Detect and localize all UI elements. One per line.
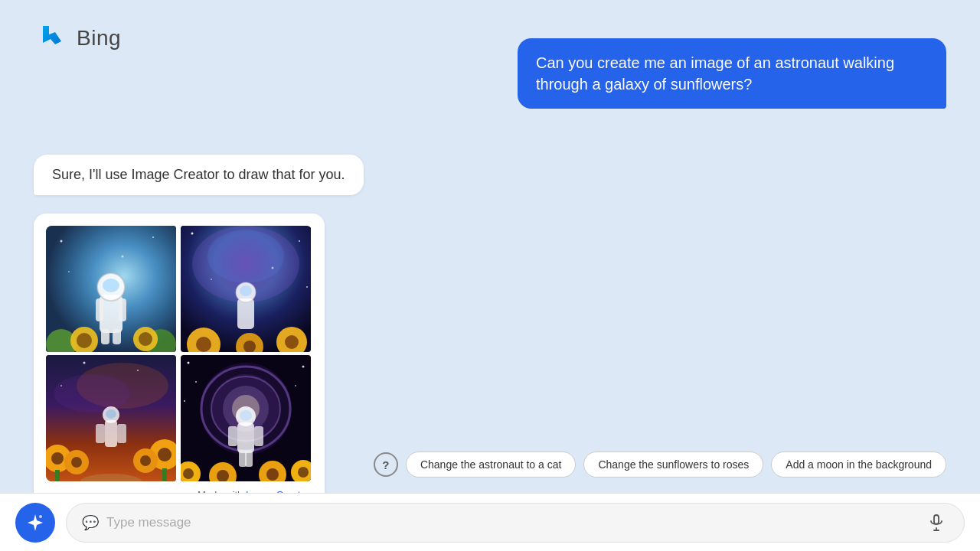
svg-point-22 (196, 337, 211, 352)
svg-point-14 (60, 240, 63, 243)
generated-image-2[interactable] (181, 226, 311, 352)
help-button[interactable]: ? (374, 452, 398, 477)
svg-point-15 (152, 236, 154, 238)
svg-rect-27 (237, 298, 254, 329)
svg-point-54 (83, 362, 86, 364)
svg-point-82 (295, 385, 296, 386)
user-message-bubble: Can you create me an image of an astrona… (518, 38, 946, 109)
svg-point-33 (211, 279, 212, 280)
svg-point-81 (195, 381, 197, 383)
svg-rect-12 (101, 329, 109, 344)
svg-rect-85 (934, 515, 939, 524)
chat-bubble-icon: 💬 (82, 514, 99, 531)
svg-point-9 (103, 279, 119, 292)
image-grid (46, 226, 312, 481)
svg-point-32 (272, 267, 274, 269)
svg-point-30 (191, 233, 194, 235)
chip-change-astronaut[interactable]: Change the astronaut to a cat (406, 452, 576, 478)
svg-point-17 (68, 271, 70, 272)
message-input-wrapper: 💬 (66, 503, 965, 543)
svg-point-31 (299, 240, 300, 242)
message-input[interactable] (106, 515, 916, 530)
input-bar: 💬 (0, 493, 980, 551)
svg-point-24 (285, 335, 299, 349)
svg-rect-72 (237, 422, 254, 453)
svg-point-34 (306, 286, 308, 288)
svg-point-79 (188, 362, 190, 364)
generated-image-1[interactable] (46, 226, 176, 352)
svg-rect-52 (96, 424, 105, 443)
sparkle-icon (25, 513, 45, 533)
microphone-button[interactable] (924, 510, 949, 535)
svg-point-74 (240, 410, 252, 421)
svg-rect-76 (254, 426, 263, 446)
svg-point-37 (54, 374, 130, 412)
chip-change-sunflowers[interactable]: Change the sunflowers to roses (583, 452, 763, 478)
svg-point-3 (77, 333, 92, 348)
svg-rect-11 (119, 298, 126, 321)
microphone-icon (927, 514, 946, 532)
svg-rect-10 (96, 298, 103, 321)
svg-point-56 (60, 385, 62, 386)
svg-rect-75 (228, 426, 237, 446)
svg-point-29 (240, 285, 252, 296)
suggestion-chips-area: ? Change the astronaut to a cat Change t… (0, 452, 980, 478)
svg-rect-53 (117, 424, 126, 443)
assistant-message-bubble: Sure, I'll use Image Creator to draw tha… (34, 155, 364, 195)
svg-point-51 (106, 409, 116, 419)
svg-point-84 (39, 515, 42, 518)
svg-point-80 (302, 366, 305, 368)
chip-add-moon[interactable]: Add a moon in the background (771, 452, 946, 478)
svg-point-20 (207, 230, 284, 283)
chat-area: Can you create me an image of an astrona… (0, 15, 980, 490)
svg-point-16 (122, 256, 124, 258)
svg-point-55 (137, 370, 139, 371)
new-topic-button[interactable] (15, 503, 55, 543)
svg-rect-13 (113, 329, 121, 344)
svg-rect-49 (105, 420, 117, 447)
svg-point-83 (184, 400, 185, 402)
svg-point-6 (139, 332, 152, 346)
